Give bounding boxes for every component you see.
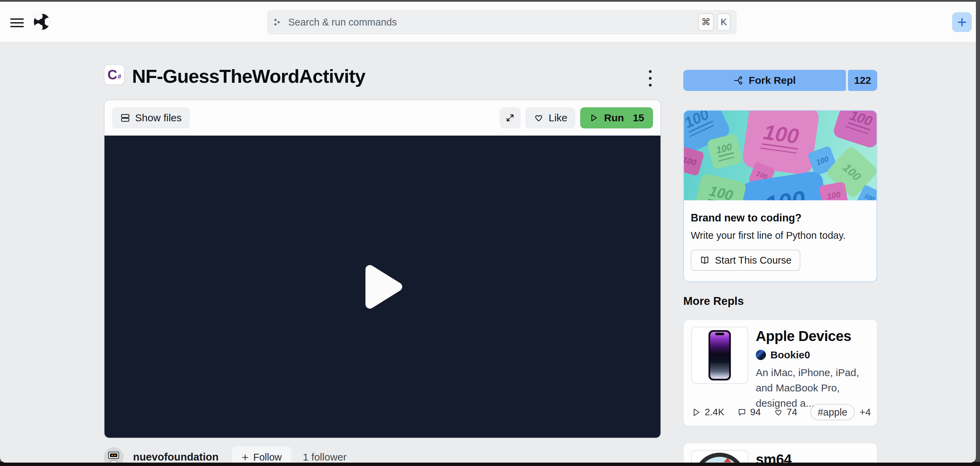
- runs-stat: 2.4K: [692, 407, 724, 418]
- more-tags-count: +4: [859, 407, 871, 418]
- more-repls-heading: More Repls: [683, 295, 744, 308]
- top-nav: Search & run commands ⌘ K +: [0, 2, 976, 42]
- repl-card-title[interactable]: Apple Devices: [756, 328, 870, 345]
- follow-button[interactable]: + Follow: [232, 446, 291, 463]
- fork-icon: [733, 75, 743, 86]
- iphone-image: [708, 330, 731, 380]
- repl-thumbnail[interactable]: [691, 450, 748, 463]
- k-key-badge: K: [717, 13, 730, 31]
- comment-icon: [737, 408, 746, 417]
- promo-heading: Brand new to coding?: [691, 212, 870, 224]
- fork-count-button[interactable]: 122: [848, 70, 877, 91]
- search-placeholder: Search & run commands: [288, 17, 397, 28]
- repl-card-sm64[interactable]: sm64 jecraft: [683, 443, 877, 463]
- expand-icon: [505, 113, 515, 123]
- book-icon: [700, 255, 710, 265]
- browser-page: Search & run commands ⌘ K + C# NF-GuessT…: [0, 2, 976, 463]
- preview-toolbar: Show files Like: [105, 100, 660, 136]
- replit-logo-icon[interactable]: [30, 11, 53, 33]
- repl-info: sm64 jecraft: [756, 452, 870, 463]
- course-promo-card: 100 100 100 100 100 100 100 100 100 100 …: [683, 110, 877, 282]
- repl-card-apple-devices[interactable]: Apple Devices Bookie0 An iMac, iPhone, i…: [683, 319, 877, 426]
- hundred-cube: 100: [741, 111, 820, 176]
- follower-count: 1 follower: [303, 452, 347, 463]
- author-avatar[interactable]: [756, 350, 766, 360]
- big-play-icon[interactable]: [360, 262, 405, 312]
- like-label: Like: [549, 112, 567, 124]
- fork-repl-button[interactable]: Fork Repl: [683, 70, 846, 91]
- start-course-button[interactable]: Start This Course: [691, 250, 800, 271]
- repl-title: NF-GuessTheWordActivity: [132, 65, 365, 87]
- run-button[interactable]: Run 15: [580, 107, 653, 128]
- repl-card-title[interactable]: sm64: [756, 452, 870, 463]
- run-count: 15: [633, 112, 644, 124]
- author-name[interactable]: Bookie0: [770, 349, 810, 361]
- start-course-label: Start This Course: [715, 255, 791, 266]
- plus-icon: +: [957, 14, 967, 30]
- promo-body: Brand new to coding? Write your first li…: [684, 200, 877, 271]
- play-icon: [692, 408, 701, 417]
- plus-icon: +: [242, 452, 248, 463]
- repl-thumbnail[interactable]: [691, 327, 748, 384]
- owner-avatar[interactable]: [104, 447, 124, 463]
- run-label: Run: [604, 112, 624, 124]
- expand-button[interactable]: [500, 107, 520, 128]
- heart-icon: [533, 113, 544, 123]
- more-options-icon[interactable]: [644, 69, 656, 88]
- create-repl-button[interactable]: +: [952, 12, 972, 32]
- likes-stat: 74: [774, 407, 797, 418]
- files-stack-icon: [120, 113, 130, 123]
- promo-image: 100 100 100 100 100 100 100 100 100 100 …: [684, 111, 877, 200]
- hundred-cube: 100: [684, 146, 705, 176]
- tag-apple[interactable]: #apple: [810, 404, 855, 420]
- language-badge-csharp: C#: [104, 64, 125, 85]
- hundred-cube: 100: [832, 111, 877, 149]
- mario-image: [694, 453, 746, 463]
- play-icon: [589, 113, 598, 123]
- robot-avatar-icon: [108, 452, 119, 459]
- like-button[interactable]: Like: [525, 107, 576, 128]
- hundred-cube: 100: [694, 173, 746, 200]
- heart-icon: [774, 408, 783, 417]
- repl-preview-card: Show files Like: [104, 99, 661, 439]
- hamburger-menu-icon[interactable]: [10, 18, 24, 27]
- show-files-button[interactable]: Show files: [112, 107, 190, 128]
- promo-subheading: Write your first line of Python today.: [691, 230, 870, 241]
- repl-info: Apple Devices Bookie0 An iMac, iPhone, i…: [756, 328, 870, 411]
- owner-row: nuevofoundation + Follow 1 follower: [104, 445, 661, 463]
- owner-name[interactable]: nuevofoundation: [133, 451, 218, 463]
- fork-label: Fork Repl: [749, 75, 795, 86]
- fork-row: Fork Repl 122: [683, 70, 877, 91]
- fork-count: 122: [854, 75, 871, 86]
- video-player[interactable]: [105, 136, 660, 438]
- repl-stats-row: 2.4K 94 74 #apple +4: [692, 404, 869, 420]
- search-input[interactable]: Search & run commands ⌘ K: [267, 10, 737, 34]
- show-files-label: Show files: [135, 112, 182, 124]
- command-palette-icon: [273, 18, 283, 27]
- comments-stat: 94: [737, 407, 761, 418]
- author-row: Bookie0: [756, 349, 870, 361]
- window-frame: Search & run commands ⌘ K + C# NF-GuessT…: [0, 0, 980, 466]
- follow-label: Follow: [253, 452, 282, 463]
- cmd-key-badge: ⌘: [698, 13, 714, 31]
